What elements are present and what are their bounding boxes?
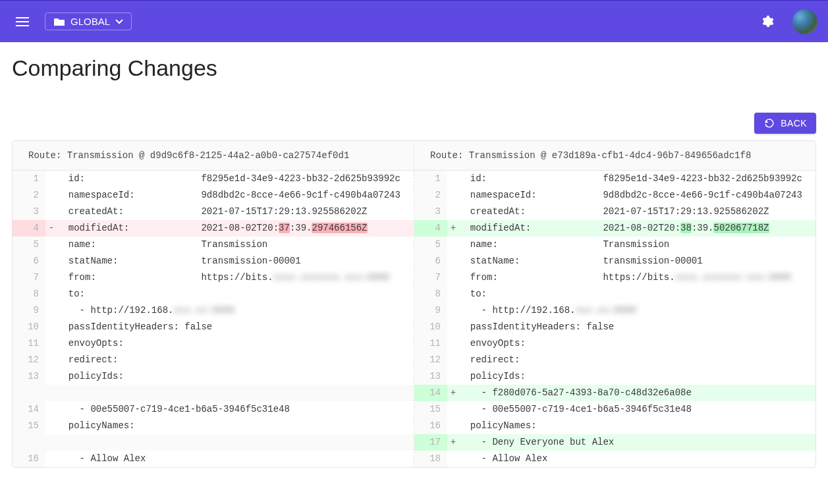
line-number: 9 — [414, 302, 447, 319]
back-label: BACK — [781, 118, 807, 128]
code-content: to: — [57, 286, 414, 302]
diff-marker — [45, 286, 57, 302]
diff-marker — [45, 352, 57, 368]
line-number: 5 — [414, 237, 447, 253]
diff-line: 9 - http://192.168.xxx.xx:0000 — [414, 302, 815, 319]
diff-line: 13 policyIds: — [13, 368, 414, 385]
diff-marker — [447, 302, 459, 319]
diff-line: 11 envoyOpts: — [13, 335, 414, 352]
code-content — [57, 385, 414, 401]
line-number: 14 — [414, 385, 447, 401]
line-number: 13 — [13, 368, 45, 385]
code-content: passIdentityHeaders: false — [57, 319, 414, 335]
line-number — [13, 385, 45, 401]
line-number: 15 — [13, 418, 45, 434]
code-content: id: f8295e1d-34e9-4223-bb32-2d625b93992c — [459, 171, 815, 187]
diff-line: 7 from: https://bits.xxxx.xxxxxxx.xxx:00… — [414, 269, 815, 286]
line-number: 10 — [13, 319, 45, 335]
diff-marker — [45, 269, 57, 286]
diff-marker — [447, 237, 459, 253]
line-number: 12 — [13, 352, 45, 368]
diff-line: 15 - 00e55007-c719-4ce1-b6a5-3946f5c31e4… — [414, 401, 815, 418]
code-content: createdAt: 2021-07-15T17:29:13.925586202… — [57, 204, 414, 220]
code-content: createdAt: 2021-07-15T17:29:13.925586202… — [459, 204, 815, 220]
diff-line: 16 - Allow Alex — [13, 451, 414, 467]
code-content: from: https://bits.xxxx.xxxxxxx.xxx:0000 — [459, 269, 815, 286]
diff-marker — [45, 302, 57, 319]
diff-line — [13, 434, 414, 451]
line-number: 1 — [414, 171, 447, 187]
code-content: name: Transmission — [459, 237, 815, 253]
code-content: policyIds: — [57, 368, 414, 385]
diff-line: 16 policyNames: — [414, 418, 815, 434]
line-number: 2 — [414, 187, 447, 204]
line-number: 16 — [414, 418, 447, 434]
diff-line: 5 name: Transmission — [13, 237, 414, 253]
line-number: 16 — [13, 451, 45, 467]
code-content: namespaceId: 9d8dbd2c-8cce-4e66-9c1f-c49… — [57, 187, 414, 204]
code-content: modifiedAt: 2021-08-02T20:37:39.29746615… — [57, 220, 414, 237]
code-content: - Deny Everyone but Alex — [459, 434, 815, 451]
diff-line: 5 name: Transmission — [414, 237, 815, 253]
diff-marker: + — [447, 385, 459, 401]
line-number: 7 — [414, 269, 447, 286]
code-content: - Allow Alex — [57, 451, 414, 467]
diff-line: 10 passIdentityHeaders: false — [414, 319, 815, 335]
code-content: - http://192.168.xxx.xx:0000 — [57, 302, 414, 319]
back-row: BACK — [12, 113, 816, 134]
diff-marker: + — [447, 220, 459, 237]
diff-marker — [45, 401, 57, 418]
back-button[interactable]: BACK — [754, 113, 816, 134]
code-content: statName: transmission-00001 — [459, 253, 815, 269]
code-content: - http://192.168.xxx.xx:0000 — [459, 302, 815, 319]
diff-marker — [447, 187, 459, 204]
diff-line: 11 envoyOpts: — [414, 335, 815, 352]
menu-button[interactable] — [11, 10, 34, 34]
diff-marker — [45, 434, 57, 451]
code-content: policyNames: — [57, 418, 414, 434]
scope-label: GLOBAL — [70, 16, 110, 27]
diff-line: 6 statName: transmission-00001 — [414, 253, 815, 269]
diff-line: 4- modifiedAt: 2021-08-02T20:37:39.29746… — [13, 220, 414, 237]
diff-marker — [45, 187, 57, 204]
line-number: 4 — [13, 220, 45, 237]
line-number: 17 — [414, 434, 447, 451]
diff-marker — [447, 204, 459, 220]
line-number: 1 — [13, 171, 45, 187]
diff-marker — [45, 418, 57, 434]
settings-button[interactable] — [756, 10, 779, 34]
app-header: GLOBAL — [0, 0, 828, 42]
avatar[interactable] — [792, 9, 817, 34]
line-number: 7 — [13, 269, 45, 286]
line-number — [13, 434, 45, 451]
folder-icon — [53, 17, 65, 26]
diff-left-column: 1 id: f8295e1d-34e9-4223-bb32-2d625b9399… — [13, 171, 414, 467]
hamburger-icon — [16, 17, 29, 26]
diff-marker — [447, 335, 459, 352]
diff-marker — [447, 286, 459, 302]
diff-header-left: Route: Transmission @ d9d9c6f8-2125-44a2… — [13, 141, 414, 171]
line-number: 2 — [13, 187, 45, 204]
diff-marker — [45, 335, 57, 352]
scope-selector[interactable]: GLOBAL — [45, 13, 132, 30]
line-number: 14 — [13, 401, 45, 418]
diff-marker — [447, 401, 459, 418]
diff-marker — [447, 171, 459, 187]
line-number: 18 — [414, 451, 447, 467]
diff-marker — [447, 269, 459, 286]
diff-marker — [45, 171, 57, 187]
line-number: 3 — [13, 204, 45, 220]
code-content: statName: transmission-00001 — [57, 253, 414, 269]
diff-marker: + — [447, 434, 459, 451]
diff-line: 7 from: https://bits.xxxx.xxxxxxx.xxx:00… — [13, 269, 414, 286]
line-number: 6 — [13, 253, 45, 269]
diff-line: 9 - http://192.168.xxx.xx:0000 — [13, 302, 414, 319]
line-number: 9 — [13, 302, 45, 319]
code-content: redirect: — [57, 352, 414, 368]
diff-marker: - — [45, 220, 57, 237]
gear-icon — [761, 15, 774, 28]
diff-line: 12 redirect: — [13, 352, 414, 368]
svg-rect-2 — [16, 25, 29, 26]
diff-line: 17+ - Deny Everyone but Alex — [414, 434, 815, 451]
line-number: 5 — [13, 237, 45, 253]
